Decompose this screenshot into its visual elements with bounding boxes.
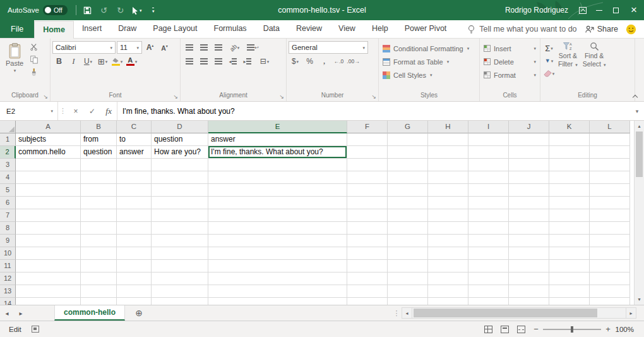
row-header-2[interactable]: 2 bbox=[0, 146, 16, 159]
cell-I14[interactable] bbox=[468, 298, 509, 305]
cell-E10[interactable] bbox=[208, 247, 347, 260]
cell-H7[interactable] bbox=[428, 209, 468, 222]
cell-E8[interactable] bbox=[208, 222, 347, 235]
cell-A12[interactable] bbox=[16, 273, 81, 285]
decrease-font-size-button[interactable]: A▾ bbox=[158, 41, 171, 54]
tab-view[interactable]: View bbox=[330, 20, 364, 38]
italic-button[interactable]: I bbox=[67, 55, 80, 68]
cell-A10[interactable] bbox=[16, 247, 81, 260]
cell-G1[interactable] bbox=[388, 133, 428, 146]
copy-button[interactable] bbox=[27, 53, 40, 66]
align-center-button[interactable] bbox=[197, 55, 210, 68]
scroll-left-button[interactable]: ◂ bbox=[402, 307, 412, 319]
formula-bar-grip[interactable]: ⋮ bbox=[58, 102, 68, 120]
bold-button[interactable]: B bbox=[52, 55, 66, 68]
cell-L6[interactable] bbox=[590, 197, 630, 209]
row-header-11[interactable]: 11 bbox=[0, 260, 16, 273]
cell-B2[interactable]: question bbox=[81, 146, 117, 159]
tell-me-box[interactable]: Tell me what you want to do bbox=[467, 20, 576, 38]
cell-K5[interactable] bbox=[549, 184, 590, 197]
cell-G12[interactable] bbox=[388, 273, 428, 285]
cell-F8[interactable] bbox=[347, 222, 388, 235]
clear-button[interactable]: ▾ bbox=[542, 67, 556, 80]
cell-J10[interactable] bbox=[509, 247, 549, 260]
cell-D3[interactable] bbox=[152, 159, 208, 171]
cell-E9[interactable] bbox=[208, 235, 347, 247]
ribbon-display-options-button[interactable] bbox=[575, 0, 591, 20]
cell-K7[interactable] bbox=[549, 209, 590, 222]
column-header-E[interactable]: E bbox=[208, 121, 347, 133]
tab-review[interactable]: Review bbox=[288, 20, 330, 38]
cell-L11[interactable] bbox=[590, 260, 630, 273]
column-header-G[interactable]: G bbox=[388, 121, 428, 133]
cut-button[interactable] bbox=[27, 40, 40, 53]
cell-D14[interactable] bbox=[152, 298, 208, 305]
cell-G8[interactable] bbox=[388, 222, 428, 235]
cell-D4[interactable] bbox=[152, 171, 208, 184]
cell-G6[interactable] bbox=[388, 197, 428, 209]
cell-C7[interactable] bbox=[117, 209, 152, 222]
sort-filter-button[interactable]: AZ Sort & Filter ▾ bbox=[556, 40, 580, 90]
cell-L12[interactable] bbox=[590, 273, 630, 285]
redo-button[interactable]: ↻ bbox=[112, 0, 129, 20]
align-right-button[interactable] bbox=[212, 55, 225, 68]
cell-E3[interactable] bbox=[208, 159, 347, 171]
insert-function-button[interactable]: fx bbox=[100, 102, 117, 120]
cell-G9[interactable] bbox=[388, 235, 428, 247]
cell-F11[interactable] bbox=[347, 260, 388, 273]
cell-D13[interactable] bbox=[152, 285, 208, 298]
minimize-button[interactable] bbox=[591, 0, 607, 20]
align-left-button[interactable] bbox=[182, 55, 196, 68]
cell-G2[interactable] bbox=[388, 146, 428, 159]
number-format-select[interactable]: General ▾ bbox=[289, 41, 368, 54]
cell-I6[interactable] bbox=[468, 197, 509, 209]
cell-J14[interactable] bbox=[509, 298, 549, 305]
horizontal-scroll-thumb[interactable] bbox=[414, 309, 597, 317]
cell-I11[interactable] bbox=[468, 260, 509, 273]
cell-I12[interactable] bbox=[468, 273, 509, 285]
cell-B10[interactable] bbox=[81, 247, 117, 260]
tab-file[interactable]: File bbox=[0, 20, 34, 38]
vertical-scroll-track[interactable] bbox=[635, 132, 644, 294]
cell-J2[interactable] bbox=[509, 146, 549, 159]
cell-H4[interactable] bbox=[428, 171, 468, 184]
cell-E4[interactable] bbox=[208, 171, 347, 184]
cell-D8[interactable] bbox=[152, 222, 208, 235]
select-all-button[interactable] bbox=[0, 121, 16, 133]
percent-style-button[interactable]: % bbox=[303, 55, 316, 68]
cell-L8[interactable] bbox=[590, 222, 630, 235]
format-painter-button[interactable] bbox=[27, 66, 40, 78]
cell-A5[interactable] bbox=[16, 184, 81, 197]
column-header-I[interactable]: I bbox=[468, 121, 509, 133]
zoom-in-button[interactable]: + bbox=[601, 324, 615, 334]
font-name-select[interactable]: Calibri ▾ bbox=[52, 41, 116, 54]
cell-L1[interactable] bbox=[590, 133, 630, 146]
cell-C12[interactable] bbox=[117, 273, 152, 285]
scroll-right-button[interactable]: ▸ bbox=[626, 307, 636, 319]
cell-I1[interactable] bbox=[468, 133, 509, 146]
cell-H12[interactable] bbox=[428, 273, 468, 285]
column-header-C[interactable]: C bbox=[117, 121, 152, 133]
number-dialog-launcher[interactable]: ↘ bbox=[371, 94, 376, 100]
normal-view-button[interactable] bbox=[480, 322, 496, 336]
cell-D9[interactable] bbox=[152, 235, 208, 247]
row-header-8[interactable]: 8 bbox=[0, 222, 16, 235]
increase-indent-button[interactable]: ▸ bbox=[241, 55, 254, 68]
cell-H11[interactable] bbox=[428, 260, 468, 273]
close-button[interactable]: × bbox=[624, 0, 644, 20]
cell-A7[interactable] bbox=[16, 209, 81, 222]
vertical-scroll-thumb[interactable] bbox=[636, 132, 643, 177]
cell-B3[interactable] bbox=[81, 159, 117, 171]
merge-center-button[interactable]: ⊟▾ bbox=[255, 55, 274, 68]
row-header-6[interactable]: 6 bbox=[0, 197, 16, 209]
cell-L5[interactable] bbox=[590, 184, 630, 197]
cell-C10[interactable] bbox=[117, 247, 152, 260]
cell-B9[interactable] bbox=[81, 235, 117, 247]
cell-J4[interactable] bbox=[509, 171, 549, 184]
cell-F4[interactable] bbox=[347, 171, 388, 184]
cell-H6[interactable] bbox=[428, 197, 468, 209]
tab-draw[interactable]: Draw bbox=[110, 20, 145, 38]
cell-B6[interactable] bbox=[81, 197, 117, 209]
cell-C11[interactable] bbox=[117, 260, 152, 273]
cell-B8[interactable] bbox=[81, 222, 117, 235]
